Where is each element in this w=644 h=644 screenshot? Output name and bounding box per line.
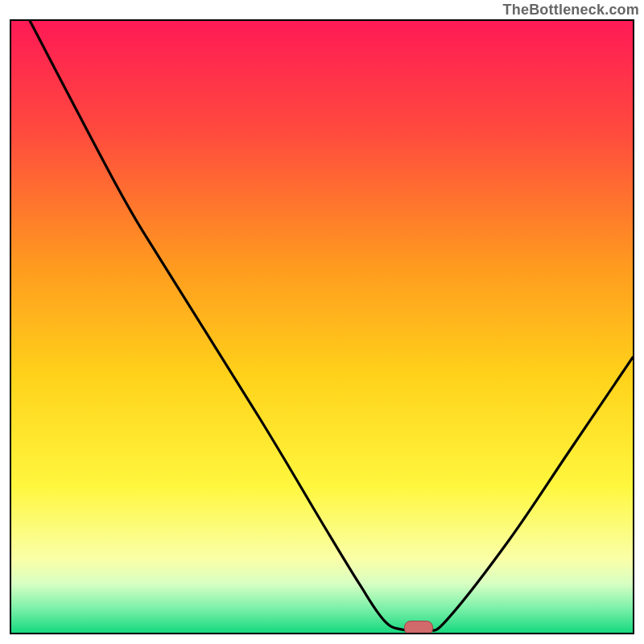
optimal-point-marker <box>404 621 433 634</box>
chart-stage: TheBottleneck.com <box>0 0 644 644</box>
chart-plot-area <box>10 19 634 634</box>
watermark-text: TheBottleneck.com <box>503 2 639 19</box>
chart-curve <box>11 21 633 633</box>
